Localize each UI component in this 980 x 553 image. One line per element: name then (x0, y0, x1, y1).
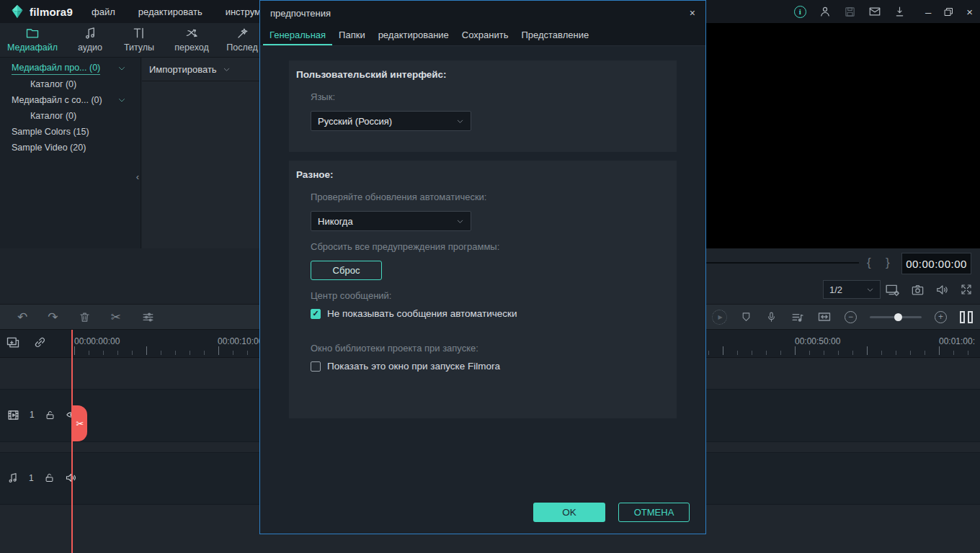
chevron-down-icon (456, 217, 464, 225)
checkbox-unchecked[interactable]: ✓ (311, 361, 321, 372)
ruler-label: 00:00:50:00 (795, 336, 840, 346)
minimize-button[interactable]: – (925, 6, 931, 17)
render-preview-icon[interactable]: ▶ (712, 310, 727, 325)
video-track-icon (7, 409, 19, 421)
adjust-sliders-icon[interactable] (141, 310, 155, 324)
undo-icon[interactable]: ↶ (17, 310, 27, 325)
sidebar-collapse-icon[interactable]: ‹ (136, 171, 139, 182)
playback-quality-select[interactable]: 1/2 (823, 280, 881, 299)
lock-open-icon[interactable] (45, 410, 55, 421)
folder-icon (25, 26, 40, 40)
titles-icon (132, 26, 146, 40)
delete-icon[interactable] (79, 311, 91, 323)
filmora-logo-icon (10, 4, 24, 19)
restore-button[interactable] (943, 6, 954, 17)
show-window-label: Показать это окно при запуске Filmora (327, 361, 500, 372)
reset-button[interactable]: Сброс (311, 261, 382, 280)
link-icon[interactable] (33, 336, 47, 349)
dialog-close-icon[interactable]: × (690, 7, 695, 19)
sidebar-item-sample-colors[interactable]: Sample Colors (15) (0, 124, 141, 140)
message-center-label: Центр сообщений: (311, 290, 391, 301)
language-select[interactable]: Русский (Россия) (311, 111, 471, 131)
chevron-down-icon (866, 286, 874, 294)
ok-button[interactable]: OK (533, 503, 605, 522)
info-icon[interactable]: i (794, 6, 806, 18)
close-window-button[interactable]: × (966, 6, 973, 17)
chevron-down-icon[interactable] (223, 66, 231, 73)
timecode-display[interactable]: 00:00:00:00 (901, 253, 971, 274)
zoom-out-icon[interactable]: − (845, 311, 857, 323)
filmora-app-window: filmora9 файл редактировать инструменты … (0, 0, 980, 553)
reset-warnings-label: Сбросить все предупреждения программы: (311, 241, 499, 252)
video-track-number: 1 (30, 410, 35, 420)
app-logo: filmora9 (10, 4, 73, 19)
sidebar-item-project-media[interactable]: Медиафайл про... (0) (0, 60, 141, 76)
marker-icon[interactable] (740, 311, 752, 323)
ui-section-heading: Пользовательский интерфейс: (296, 69, 447, 80)
menu-file[interactable]: файл (92, 6, 115, 17)
ruler-label: 00:00:00:00 (74, 336, 120, 346)
video-preview[interactable] (706, 23, 980, 248)
dual-view-icon[interactable] (960, 311, 973, 323)
startup-label: Окно библиотеки проекта при запуске: (311, 343, 478, 354)
menu-edit[interactable]: редактировать (138, 6, 202, 17)
tab-save[interactable]: Сохранить (455, 30, 515, 45)
zoom-slider-knob[interactable] (894, 313, 902, 321)
mail-icon[interactable] (868, 5, 881, 18)
account-icon[interactable] (819, 5, 832, 18)
audio-track-icon (7, 472, 19, 484)
sidebar-item-shared-media[interactable]: Медиафайл с со... (0) (0, 92, 141, 108)
tab-general[interactable]: Генеральная (263, 30, 332, 45)
voiceover-icon[interactable] (894, 6, 906, 18)
save-icon[interactable] (844, 6, 856, 18)
updates-label: Проверяйте обновления автоматически: (311, 192, 486, 202)
ui-section: Пользовательский интерфейс: Язык: Русски… (289, 60, 677, 152)
chevron-down-icon[interactable] (117, 96, 126, 104)
brand-name: filmora9 (30, 6, 73, 18)
language-label: Язык: (311, 91, 335, 102)
transition-icon (184, 26, 199, 40)
zoom-in-icon[interactable]: + (935, 311, 947, 323)
audio-mixer-icon[interactable] (790, 310, 804, 324)
playhead-scissors-handle[interactable]: ✂ (73, 405, 87, 441)
audio-track-number: 1 (29, 473, 34, 483)
preferences-dialog: предпочтения × Генеральная Папки редакти… (259, 0, 706, 534)
record-voiceover-icon[interactable] (765, 311, 778, 323)
tab-view[interactable]: Представление (514, 30, 595, 45)
tab-editing[interactable]: редактирование (372, 30, 455, 45)
manage-tracks-icon[interactable] (6, 336, 20, 350)
music-note-icon (84, 26, 97, 40)
zoom-to-fit-icon[interactable] (817, 310, 832, 324)
fullscreen-icon[interactable] (960, 283, 973, 296)
mark-out-icon[interactable]: } (886, 256, 890, 270)
ruler-label: 00:00:10:00 (218, 336, 263, 346)
show-window-option[interactable]: ✓ Показать это окно при запуске Filmora (311, 361, 500, 372)
import-button[interactable]: Импортировать (149, 64, 217, 75)
hide-messages-label: Не показывать сообщения автоматически (327, 308, 517, 319)
tab-folders[interactable]: Папки (332, 30, 372, 45)
dialog-tab-bar: Генеральная Папки редактирование Сохрани… (260, 25, 705, 46)
timeline-zoom-slider[interactable] (870, 316, 922, 318)
ruler-label: 00:01:00: (939, 336, 975, 346)
sidebar-item-catalog-2[interactable]: Каталог (0) (0, 108, 141, 124)
sidebar-item-catalog-1[interactable]: Каталог (0) (0, 76, 141, 92)
magic-wand-icon (236, 26, 249, 40)
redo-icon[interactable]: ↷ (48, 310, 58, 325)
hide-messages-option[interactable]: ✓ Не показывать сообщения автоматически (311, 308, 517, 319)
misc-section: Разное: Проверяйте обновления автоматиче… (289, 161, 677, 418)
cancel-button[interactable]: ОТМЕНА (618, 503, 690, 522)
snapshot-camera-icon[interactable] (911, 283, 925, 297)
playhead[interactable] (71, 330, 73, 553)
checkbox-checked[interactable]: ✓ (311, 309, 321, 319)
lock-open-icon[interactable] (44, 472, 55, 483)
split-scissors-icon[interactable]: ✂ (111, 310, 121, 325)
display-settings-icon[interactable] (885, 282, 900, 297)
mark-in-icon[interactable]: { (867, 256, 871, 270)
dialog-title: предпочтения (270, 8, 331, 19)
tab-media[interactable]: Медиафайл (0, 26, 65, 53)
sidebar-item-sample-video[interactable]: Sample Video (20) (0, 140, 141, 156)
speaker-icon[interactable] (935, 283, 949, 297)
chevron-down-icon[interactable] (117, 64, 126, 73)
updates-select[interactable]: Никогда (311, 211, 471, 231)
chevron-down-icon (456, 117, 464, 125)
